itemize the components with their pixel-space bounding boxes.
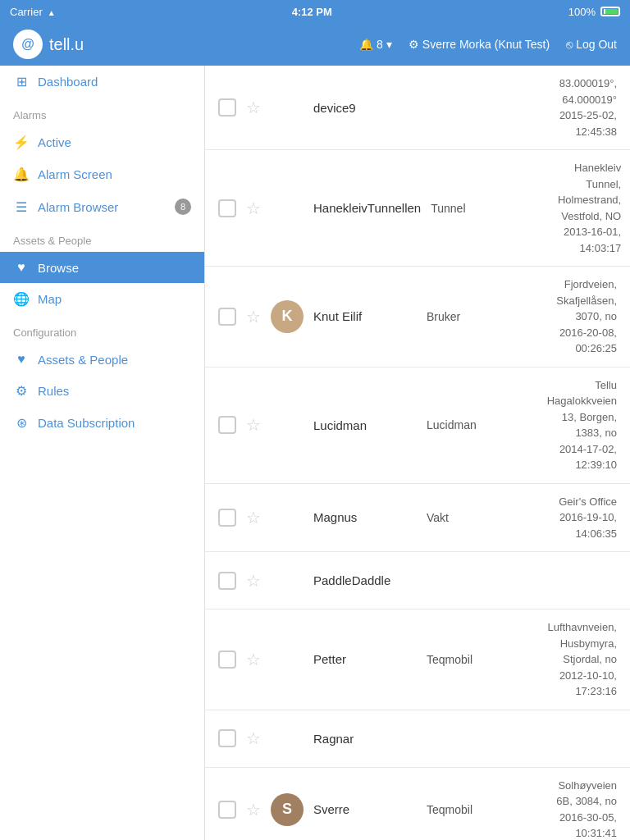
- sidebar-label-rules: Rules: [38, 384, 69, 398]
- row-star-icon[interactable]: ☆: [246, 650, 261, 669]
- sidebar-item-map[interactable]: 🌐 Map: [0, 283, 204, 315]
- avatar: [271, 501, 304, 534]
- status-right: 100%: [568, 6, 620, 18]
- sidebar-item-active[interactable]: ⚡ Active: [0, 126, 204, 158]
- config-section-label: Configuration: [0, 315, 204, 344]
- row-checkbox[interactable]: [218, 801, 236, 819]
- status-time: 4:12 PM: [292, 6, 332, 18]
- sidebar-label-map: Map: [38, 292, 62, 306]
- avatar: [271, 722, 304, 755]
- row-meta: Lufthavnveien, Husbymyra, Stjordal, no 2…: [502, 619, 617, 700]
- row-checkbox[interactable]: [218, 509, 236, 527]
- avatar: [271, 409, 304, 441]
- logout-label: Log Out: [576, 38, 617, 51]
- sidebar-label-browse: Browse: [38, 261, 79, 275]
- row-star-icon[interactable]: ☆: [246, 199, 261, 218]
- browse-icon: ♥: [13, 260, 30, 275]
- sidebar-label-alarm-screen: Alarm Screen: [38, 167, 112, 181]
- gear-icon: [409, 38, 419, 51]
- table-row: ☆KKnut EilifBrukerFjordveien, Skafjellås…: [205, 267, 630, 368]
- row-tag: Tunnel: [431, 202, 496, 215]
- row-checkbox[interactable]: [218, 651, 236, 669]
- alarm-browser-badge: 8: [175, 199, 191, 215]
- avatar: [271, 643, 304, 676]
- logout-button[interactable]: Log Out: [566, 38, 617, 51]
- row-name: Sverre: [313, 802, 417, 816]
- status-bar: Carrier 4:12 PM 100%: [0, 0, 630, 23]
- sidebar-item-browse[interactable]: ♥ Browse: [0, 252, 204, 283]
- row-star-icon[interactable]: ☆: [246, 98, 261, 117]
- row-star-icon[interactable]: ☆: [246, 415, 261, 435]
- carrier-label: Carrier: [10, 6, 43, 18]
- row-checkbox[interactable]: [218, 416, 236, 434]
- status-left: Carrier: [10, 6, 56, 18]
- battery-label: 100%: [568, 6, 596, 18]
- assets-people-icon: ♥: [13, 352, 30, 367]
- alarm-browser-icon: ☰: [13, 199, 30, 215]
- user-menu[interactable]: Sverre Morka (Knut Test): [409, 38, 550, 51]
- bell-count: 8: [377, 38, 383, 51]
- browse-list: ☆device983.000019°, 64.000019° 2015-25-0…: [205, 66, 630, 840]
- table-row: ☆Ragnar: [205, 710, 630, 768]
- sidebar-label-active: Active: [38, 135, 71, 149]
- row-star-icon[interactable]: ☆: [246, 800, 261, 819]
- logo-icon: @: [13, 30, 43, 59]
- main-content: ⊞ Dashboard Alarms ⚡ Active 🔔 Alarm Scre…: [0, 66, 630, 840]
- row-checkbox[interactable]: [218, 98, 236, 116]
- row-meta: Solhøyveien 6B, 3084, no 2016-30-05, 10:…: [502, 778, 617, 841]
- row-checkbox[interactable]: [218, 572, 236, 590]
- header-right: 🔔 8 ▾ Sverre Morka (Knut Test) Log Out: [359, 38, 617, 51]
- row-star-icon[interactable]: ☆: [246, 571, 261, 591]
- row-tag: Teqmobil: [427, 803, 492, 816]
- bell-dropdown-icon: ▾: [386, 38, 392, 51]
- avatar: [271, 564, 304, 597]
- wifi-icon: [48, 6, 56, 18]
- row-name: device9: [313, 101, 417, 115]
- sidebar-item-alarm-browser[interactable]: ☰ Alarm Browser 8: [0, 190, 204, 223]
- row-star-icon[interactable]: ☆: [246, 728, 261, 748]
- row-name: Lucidman: [313, 418, 417, 432]
- row-meta: 83.000019°, 64.000019° 2015-25-02, 12:45…: [502, 75, 617, 139]
- bell-button[interactable]: 🔔 8 ▾: [359, 38, 392, 51]
- bell-icon: 🔔: [359, 38, 373, 51]
- table-row: ☆LucidmanLucidmanTellu Hagalokkveien 13,…: [205, 368, 630, 484]
- table-row: ☆device983.000019°, 64.000019° 2015-25-0…: [205, 66, 630, 150]
- sidebar-label-alarm-browser: Alarm Browser: [38, 200, 118, 214]
- sidebar-item-rules[interactable]: ⚙ Rules: [0, 375, 204, 407]
- sidebar-label-assets-people: Assets & People: [38, 353, 128, 367]
- row-name: PaddleDaddle: [313, 573, 417, 587]
- alarms-section-label: Alarms: [0, 98, 204, 126]
- row-star-icon[interactable]: ☆: [246, 307, 261, 326]
- active-icon: ⚡: [13, 135, 30, 150]
- row-name: Ragnar: [313, 732, 417, 746]
- row-name: Magnus: [313, 510, 417, 524]
- dashboard-icon: ⊞: [13, 74, 30, 89]
- row-checkbox[interactable]: [218, 308, 236, 326]
- row-tag: Lucidman: [427, 418, 492, 431]
- sidebar-item-assets-people[interactable]: ♥ Assets & People: [0, 344, 204, 375]
- avatar: [271, 91, 304, 124]
- row-name: Petter: [313, 652, 417, 666]
- table-row: ☆MagnusVaktGeir's Office 2016-19-10, 14:…: [205, 484, 630, 553]
- logo-text: tell.u: [49, 35, 84, 54]
- avatar: K: [271, 300, 304, 333]
- logo-area: @ tell.u: [13, 30, 84, 59]
- alarm-screen-icon: 🔔: [13, 167, 30, 182]
- rules-icon: ⚙: [13, 383, 30, 399]
- avatar: S: [271, 793, 304, 826]
- row-star-icon[interactable]: ☆: [246, 508, 261, 527]
- row-tag: Teqmobil: [427, 653, 492, 666]
- row-name: Knut Eilif: [313, 309, 417, 323]
- table-row: ☆SSverreTeqmobilSolhøyveien 6B, 3084, no…: [205, 768, 630, 841]
- sidebar-item-data-subscription[interactable]: ⊛ Data Subscription: [0, 407, 204, 439]
- sidebar: ⊞ Dashboard Alarms ⚡ Active 🔔 Alarm Scre…: [0, 66, 205, 840]
- row-meta: Fjordveien, Skafjellåsen, 3070, no 2016-…: [502, 276, 617, 357]
- sidebar-item-alarm-screen[interactable]: 🔔 Alarm Screen: [0, 158, 204, 190]
- row-meta: Tellu Hagalokkveien 13, Borgen, 1383, no…: [502, 377, 617, 473]
- sidebar-item-dashboard[interactable]: ⊞ Dashboard: [0, 66, 204, 98]
- data-subscription-icon: ⊛: [13, 415, 30, 431]
- row-checkbox[interactable]: [218, 199, 236, 217]
- row-checkbox[interactable]: [218, 729, 236, 747]
- sidebar-label-data-subscription: Data Subscription: [38, 416, 135, 430]
- logout-icon: [566, 38, 573, 51]
